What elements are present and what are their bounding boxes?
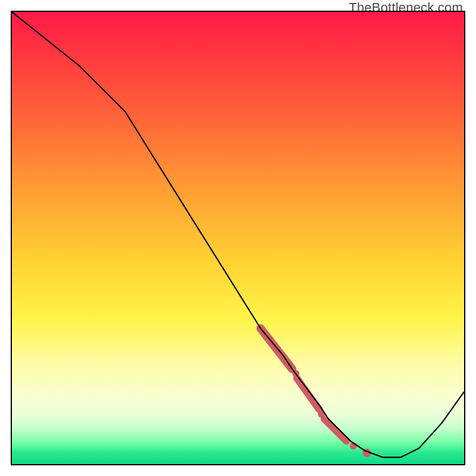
chart-frame: TheBottleneck.com	[0, 0, 476, 476]
thick-segment-lower	[324, 419, 346, 441]
thick-segment-mid	[297, 378, 320, 410]
plot-area	[11, 11, 465, 465]
main-curve	[12, 12, 464, 458]
chart-svg	[12, 12, 464, 464]
